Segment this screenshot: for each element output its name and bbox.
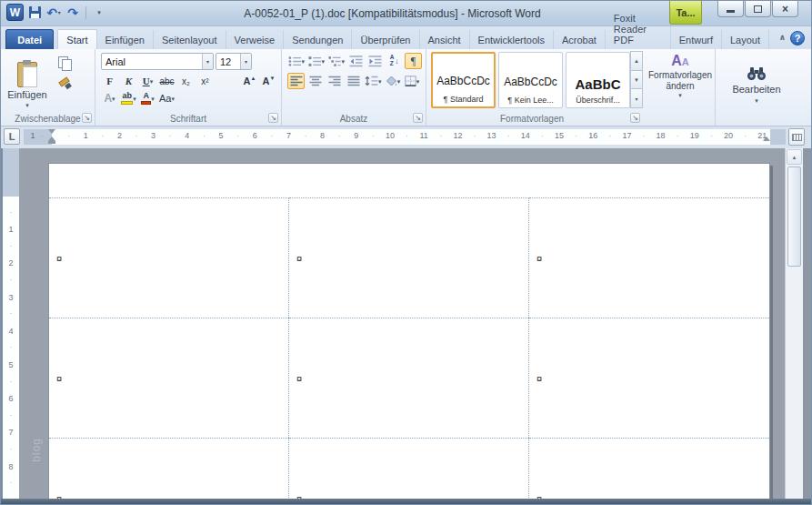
grow-font-button[interactable]: A▲ bbox=[241, 73, 258, 89]
style-card-berschrif[interactable]: AaBbCÜberschrif... bbox=[566, 52, 630, 108]
minimize-button[interactable] bbox=[717, 1, 744, 17]
paragraph-dialog-launcher[interactable]: ↘ bbox=[413, 113, 423, 123]
numbering-dropdown-icon[interactable]: ▾ bbox=[321, 58, 325, 65]
change-styles-dropdown-icon[interactable]: ▾ bbox=[678, 92, 682, 98]
tab-start[interactable]: Start bbox=[57, 29, 96, 49]
editing-dropdown-icon[interactable]: ▾ bbox=[755, 97, 758, 104]
clipboard-dialog-launcher[interactable]: ↘ bbox=[82, 113, 92, 123]
multilevel-dropdown-icon[interactable]: ▾ bbox=[341, 58, 345, 65]
scrollbar-thumb[interactable] bbox=[787, 167, 801, 267]
underline-dropdown-icon[interactable]: ▾ bbox=[150, 78, 154, 85]
customize-qat-button[interactable]: ▾ bbox=[91, 5, 107, 21]
subscript-button[interactable]: x₂ bbox=[177, 73, 195, 89]
increase-indent-button[interactable] bbox=[366, 53, 384, 69]
bullets-button[interactable]: ▾ bbox=[287, 53, 306, 69]
table-cell-r3c1[interactable]: ¤ bbox=[49, 438, 289, 499]
line-spacing-button[interactable]: ▾ bbox=[364, 73, 383, 89]
maximize-button[interactable] bbox=[745, 1, 771, 17]
sort-button[interactable]: AZ ↓ bbox=[386, 53, 403, 69]
document-page[interactable]: ¤¤¤¤¤¤¤¤¤ bbox=[48, 163, 770, 499]
tab-acrobat[interactable]: Acrobat bbox=[554, 30, 606, 49]
first-line-indent-marker[interactable] bbox=[48, 129, 55, 134]
tab-berpr-fen[interactable]: Überprüfen bbox=[352, 30, 419, 49]
horizontal-ruler[interactable]: 1123456789101112131415161718192021······… bbox=[24, 129, 786, 145]
vertical-scrollbar[interactable]: ▲ bbox=[785, 148, 803, 499]
text-effects-button[interactable]: A▾ bbox=[101, 90, 118, 106]
undo-button[interactable]: ↶ ▾ bbox=[45, 5, 62, 21]
paste-dropdown-icon[interactable]: ▾ bbox=[25, 102, 29, 108]
justify-button[interactable] bbox=[345, 73, 362, 89]
tab-foxit-reader-pdf[interactable]: Foxit Reader PDF bbox=[606, 8, 671, 49]
borders-button[interactable]: ▾ bbox=[404, 73, 421, 89]
styles-scroll-up-button[interactable]: ▲ bbox=[630, 51, 643, 71]
style-card-standard[interactable]: AaBbCcDc¶ Standard bbox=[431, 52, 496, 108]
view-ruler-toggle-button[interactable] bbox=[788, 128, 805, 146]
font-size-combobox[interactable]: 12 ▾ bbox=[216, 53, 252, 70]
borders-dropdown-icon[interactable]: ▾ bbox=[416, 78, 420, 85]
tab-einf-gen[interactable]: Einfügen bbox=[97, 30, 154, 49]
table-cell-r2c2[interactable]: ¤ bbox=[289, 318, 529, 438]
align-center-button[interactable] bbox=[306, 73, 324, 89]
collapse-ribbon-button[interactable]: ∧ bbox=[779, 33, 786, 42]
tab-entwicklertools[interactable]: Entwicklertools bbox=[470, 30, 554, 49]
tab-datei[interactable]: Datei bbox=[5, 29, 54, 49]
format-painter-button[interactable] bbox=[54, 75, 75, 93]
editing-menu-button[interactable]: Bearbeiten ▾ bbox=[723, 53, 790, 116]
strikethrough-button[interactable]: abc bbox=[158, 73, 175, 89]
superscript-button[interactable]: x² bbox=[196, 73, 214, 89]
numbering-button[interactable]: ▾ bbox=[307, 53, 326, 69]
font-color-button[interactable]: A ▾ bbox=[139, 90, 156, 106]
shrink-font-button[interactable]: A▼ bbox=[260, 73, 277, 89]
tab-entwurf[interactable]: Entwurf bbox=[671, 30, 722, 49]
close-button[interactable]: × bbox=[772, 1, 798, 17]
undo-dropdown-icon[interactable]: ▾ bbox=[58, 9, 61, 15]
bold-button[interactable]: F bbox=[101, 73, 118, 89]
save-button[interactable] bbox=[26, 5, 43, 21]
text-effects-dropdown-icon[interactable]: ▾ bbox=[112, 96, 115, 102]
font-name-dropdown-icon[interactable]: ▾ bbox=[202, 54, 213, 69]
vertical-ruler[interactable]: 12345678········· bbox=[3, 148, 19, 499]
left-indent-marker[interactable] bbox=[48, 141, 55, 144]
highlight-color-button[interactable]: ab ▾ bbox=[120, 90, 137, 106]
styles-scroll-down-button[interactable]: ▼ bbox=[630, 70, 643, 90]
change-case-dropdown-icon[interactable]: ▾ bbox=[171, 96, 175, 102]
table-cell-r3c2[interactable]: ¤ bbox=[289, 438, 529, 499]
tab-layout[interactable]: Layout bbox=[722, 30, 769, 49]
shading-button[interactable]: ▾ bbox=[385, 73, 402, 89]
show-paragraph-marks-button[interactable]: ¶ bbox=[405, 53, 422, 69]
decrease-indent-button[interactable] bbox=[347, 53, 365, 69]
word-logo-icon[interactable]: W bbox=[6, 4, 24, 21]
table-cell-r2c1[interactable]: ¤ bbox=[49, 318, 289, 438]
titlebar[interactable]: W ↶ ▾ ↷ ▾ A-0052-01_P (1).doc [Kompatibi… bbox=[1, 1, 811, 26]
shading-dropdown-icon[interactable]: ▾ bbox=[397, 78, 401, 85]
table-cell-r1c3[interactable]: ¤ bbox=[529, 197, 769, 318]
tab-sendungen[interactable]: Sendungen bbox=[284, 30, 352, 49]
table-cell-r3c3[interactable]: ¤ bbox=[529, 438, 769, 499]
font-size-dropdown-icon[interactable]: ▾ bbox=[240, 54, 251, 69]
font-dialog-launcher[interactable]: ↘ bbox=[268, 113, 278, 123]
font-name-combobox[interactable]: Arial ▾ bbox=[101, 53, 214, 70]
style-card-kein-lee[interactable]: AaBbCcDc¶ Kein Lee... bbox=[498, 52, 563, 108]
highlight-dropdown-icon[interactable]: ▾ bbox=[133, 96, 136, 102]
line-spacing-dropdown-icon[interactable]: ▾ bbox=[378, 78, 382, 85]
copy-button[interactable] bbox=[54, 54, 75, 72]
change-styles-button[interactable]: AA Formatvorlagen ändern ▾ bbox=[650, 51, 710, 118]
align-left-button[interactable] bbox=[287, 73, 305, 89]
table-cell-r2c3[interactable]: ¤ bbox=[529, 318, 769, 438]
multilevel-list-button[interactable]: ▾ bbox=[327, 53, 346, 69]
table-tools-contextual-header[interactable]: Ta... bbox=[669, 1, 702, 25]
scroll-up-button[interactable]: ▲ bbox=[787, 149, 802, 165]
tab-verweise[interactable]: Verweise bbox=[226, 30, 285, 49]
align-right-button[interactable] bbox=[326, 73, 343, 89]
underline-button[interactable]: U▾ bbox=[139, 73, 156, 89]
italic-button[interactable]: K bbox=[120, 73, 137, 89]
font-color-dropdown-icon[interactable]: ▾ bbox=[151, 96, 155, 102]
tab-stop-selector[interactable]: L bbox=[4, 128, 20, 145]
table-cell-r1c2[interactable]: ¤ bbox=[289, 197, 529, 318]
redo-button[interactable]: ↷ bbox=[65, 5, 81, 21]
tab-seitenlayout[interactable]: Seitenlayout bbox=[154, 30, 226, 49]
bullets-dropdown-icon[interactable]: ▾ bbox=[301, 58, 305, 65]
styles-dialog-launcher[interactable]: ↘ bbox=[630, 113, 640, 123]
table-cell-r1c1[interactable]: ¤ bbox=[49, 197, 289, 318]
paste-button[interactable]: Einfügen ▾ bbox=[5, 52, 49, 117]
